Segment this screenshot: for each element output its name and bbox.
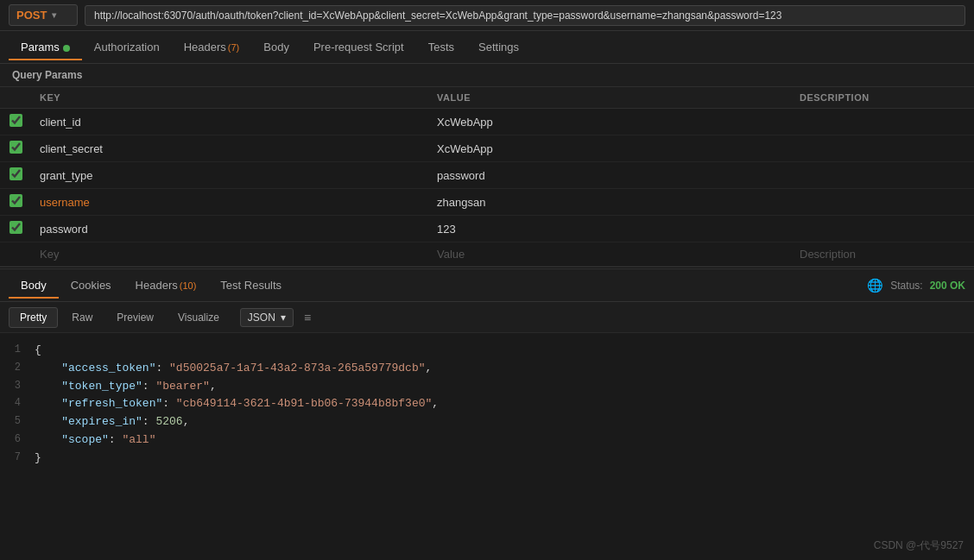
line-number: 2 [0,360,35,376]
code-line: 2 "access_token": "d50025a7-1a71-43a2-87… [0,360,974,378]
table-row: grant_type password [0,162,974,189]
status-area: 🌐 Status: 200 OK [867,278,965,293]
format-chevron-icon: ▾ [281,311,286,324]
top-tabs: Params Authorization Headers(7) Body Pre… [0,31,974,64]
code-line: 3 "token_type": "bearer", [0,378,974,396]
code-line: 7 } [0,450,974,468]
row-checkbox[interactable] [9,194,22,207]
tab-authorization[interactable]: Authorization [82,34,172,60]
table-row: client_secret XcWebApp [0,135,974,162]
row-description [791,216,974,242]
globe-icon: 🌐 [867,278,883,293]
row-key: password [31,216,428,242]
format-tab-visualize[interactable]: Visualize [168,308,230,327]
bottom-section: Body Cookies Headers(10) Test Results 🌐 … [0,269,974,560]
line-content: "scope": "all" [35,431,974,450]
row-description [791,162,974,189]
line-number: 4 [0,395,35,412]
tab-headers[interactable]: Headers(7) [172,34,252,60]
code-line: 1 { [0,342,974,360]
line-content: "access_token": "d50025a7-1a71-43a2-873a… [35,360,974,378]
url-bar: POST ▾ [0,0,974,31]
code-line: 4 "refresh_token": "cb649114-3621-4b91-b… [0,395,974,413]
params-dot [63,45,70,52]
table-row: client_id XcWebApp [0,109,974,135]
line-number: 5 [0,413,35,430]
line-number: 7 [0,450,35,466]
tab-body[interactable]: Body [251,34,301,60]
row-key: client_secret [31,135,428,162]
row-checkbox-cell [0,189,31,216]
tab-cookies[interactable]: Cookies [59,272,123,299]
row-value: XcWebApp [428,109,791,135]
tab-settings[interactable]: Settings [466,34,531,60]
line-number: 1 [0,342,35,358]
status-label: Status: [890,280,922,292]
line-content: { [35,342,974,360]
format-tab-preview[interactable]: Preview [106,308,164,327]
table-row: username zhangsan [0,189,974,216]
row-value: zhangsan [428,189,791,216]
tab-pre-request[interactable]: Pre-request Script [301,34,416,60]
format-bar: Pretty Raw Preview Visualize JSON ▾ ≡ [0,302,974,333]
query-params-label: Query Params [0,64,974,87]
row-checkbox[interactable] [9,221,22,234]
wrap-icon[interactable]: ≡ [304,311,311,324]
top-section: Params Authorization Headers(7) Body Pre… [0,31,974,267]
col-header-key: KEY [31,87,428,109]
table-row-placeholder: Key Value Description [0,242,974,267]
main-content: Params Authorization Headers(7) Body Pre… [0,31,974,560]
method-selector[interactable]: POST ▾ [9,4,78,26]
row-checkbox-cell [0,162,31,189]
line-content: "expires_in": 5206, [35,413,974,431]
row-value: 123 [428,216,791,242]
code-line: 5 "expires_in": 5206, [0,413,974,431]
col-header-checkbox [0,87,31,109]
row-checkbox[interactable] [9,167,22,180]
params-table: KEY VALUE DESCRIPTION client_id XcWebApp [0,87,974,267]
placeholder-description: Description [791,242,974,267]
table-row: password 123 [0,216,974,242]
watermark: CSDN @-代号9527 [874,538,964,553]
row-description [791,135,974,162]
tab-response-headers[interactable]: Headers(10) [123,272,209,299]
row-checkbox[interactable] [9,114,22,127]
row-value: password [428,162,791,189]
format-type-label: JSON [248,311,275,324]
bottom-tabs: Body Cookies Headers(10) Test Results 🌐 … [0,269,974,302]
col-header-value: VALUE [428,87,791,109]
row-checkbox[interactable] [9,141,22,154]
format-type-select[interactable]: JSON ▾ [240,308,294,327]
row-key: grant_type [31,162,428,189]
row-description [791,109,974,135]
tab-test-results[interactable]: Test Results [208,272,294,299]
line-number: 6 [0,431,35,448]
row-key: username [31,189,428,216]
row-checkbox-cell [0,216,31,242]
row-description [791,189,974,216]
row-key: client_id [31,109,428,135]
url-input[interactable] [85,5,965,26]
code-area: 1 { 2 "access_token": "d50025a7-1a71-43a… [0,333,974,560]
code-line: 6 "scope": "all" [0,431,974,450]
row-value: XcWebApp [428,135,791,162]
line-number: 3 [0,378,35,394]
tab-response-body[interactable]: Body [9,272,59,299]
line-content: "token_type": "bearer", [35,378,974,396]
status-code: 200 OK [930,280,965,292]
col-header-description: DESCRIPTION [791,87,974,109]
format-tab-raw[interactable]: Raw [61,308,103,327]
method-chevron-icon: ▾ [52,10,56,20]
row-checkbox-cell [0,109,31,135]
tab-tests[interactable]: Tests [416,34,466,60]
line-content: } [35,450,974,468]
format-tab-pretty[interactable]: Pretty [9,307,58,328]
method-label: POST [16,9,47,22]
tab-params[interactable]: Params [9,34,82,60]
placeholder-value: Value [428,242,791,267]
row-checkbox-cell [0,135,31,162]
placeholder-key: Key [31,242,428,267]
line-content: "refresh_token": "cb649114-3621-4b91-bb0… [35,395,974,413]
